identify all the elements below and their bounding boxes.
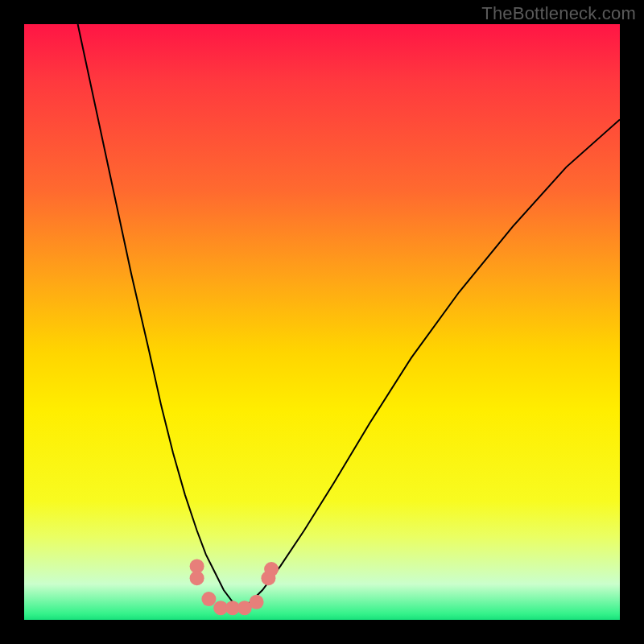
marker-dot bbox=[201, 592, 216, 606]
marker-dot bbox=[190, 571, 204, 585]
curve-left-branch bbox=[78, 24, 242, 608]
marker-dot bbox=[250, 595, 264, 609]
chart-frame: TheBottleneck.com bbox=[0, 0, 644, 644]
watermark-text: TheBottleneck.com bbox=[481, 3, 636, 24]
curve-layer bbox=[24, 24, 620, 620]
curve-lines bbox=[78, 24, 620, 608]
curve-right-branch bbox=[242, 119, 620, 608]
plot-area bbox=[24, 24, 620, 620]
marker-dot bbox=[264, 562, 279, 576]
